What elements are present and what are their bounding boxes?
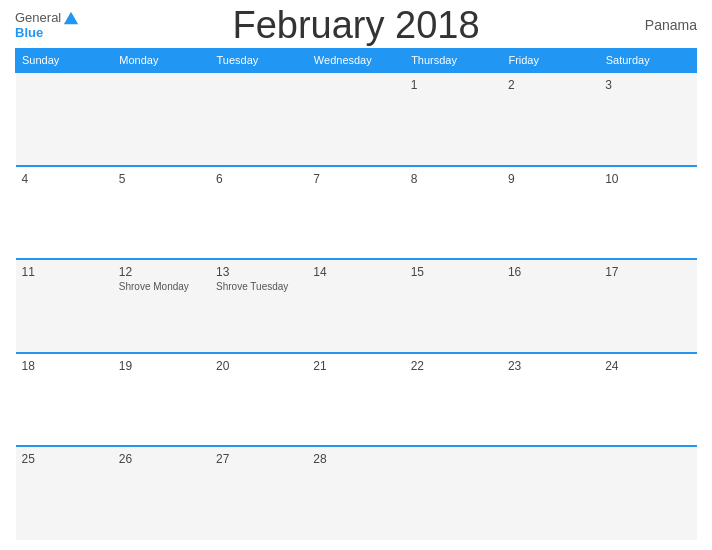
- calendar-cell: 7: [307, 166, 404, 260]
- calendar-cell: 12Shrove Monday: [113, 259, 210, 353]
- calendar-cell: [405, 446, 502, 540]
- calendar-cell: [502, 446, 599, 540]
- calendar-cell: 3: [599, 72, 696, 166]
- calendar-cell: 25: [16, 446, 113, 540]
- calendar-cell: 17: [599, 259, 696, 353]
- calendar-cell: [210, 72, 307, 166]
- calendar-cell: [307, 72, 404, 166]
- calendar-cell: 10: [599, 166, 696, 260]
- calendar-cell: 4: [16, 166, 113, 260]
- month-title: February 2018: [232, 4, 479, 47]
- day-number: 12: [119, 265, 204, 279]
- col-monday: Monday: [113, 49, 210, 73]
- calendar-header: General Blue February 2018 Panama: [15, 10, 697, 40]
- day-number: 24: [605, 359, 690, 373]
- calendar-cell: [16, 72, 113, 166]
- day-number: 18: [22, 359, 107, 373]
- calendar-cell: 9: [502, 166, 599, 260]
- day-number: 14: [313, 265, 398, 279]
- svg-marker-0: [64, 12, 78, 24]
- calendar-cell: 15: [405, 259, 502, 353]
- calendar-table: Sunday Monday Tuesday Wednesday Thursday…: [15, 48, 697, 540]
- day-number: 17: [605, 265, 690, 279]
- event-label: Shrove Tuesday: [216, 281, 301, 292]
- day-number: 21: [313, 359, 398, 373]
- calendar-body: 123456789101112Shrove Monday13Shrove Tue…: [16, 72, 697, 540]
- day-number: 28: [313, 452, 398, 466]
- calendar-cell: 1: [405, 72, 502, 166]
- event-label: Shrove Monday: [119, 281, 204, 292]
- calendar-cell: [113, 72, 210, 166]
- day-number: 20: [216, 359, 301, 373]
- calendar-cell: 5: [113, 166, 210, 260]
- calendar-container: General Blue February 2018 Panama Sunday…: [0, 0, 712, 550]
- day-number: 4: [22, 172, 107, 186]
- day-number: 7: [313, 172, 398, 186]
- col-thursday: Thursday: [405, 49, 502, 73]
- calendar-cell: 6: [210, 166, 307, 260]
- calendar-week-row: 1112Shrove Monday13Shrove Tuesday1415161…: [16, 259, 697, 353]
- logo: General Blue: [15, 10, 79, 40]
- day-number: 19: [119, 359, 204, 373]
- calendar-header-row: Sunday Monday Tuesday Wednesday Thursday…: [16, 49, 697, 73]
- calendar-cell: 14: [307, 259, 404, 353]
- day-number: 3: [605, 78, 690, 92]
- logo-icon: [63, 10, 79, 26]
- calendar-cell: 11: [16, 259, 113, 353]
- calendar-cell: 26: [113, 446, 210, 540]
- country-label: Panama: [645, 17, 697, 33]
- logo-blue-text: Blue: [15, 26, 79, 40]
- calendar-cell: [599, 446, 696, 540]
- calendar-cell: 22: [405, 353, 502, 447]
- calendar-cell: 20: [210, 353, 307, 447]
- day-number: 22: [411, 359, 496, 373]
- calendar-cell: 21: [307, 353, 404, 447]
- col-tuesday: Tuesday: [210, 49, 307, 73]
- calendar-cell: 16: [502, 259, 599, 353]
- calendar-cell: 13Shrove Tuesday: [210, 259, 307, 353]
- calendar-cell: 23: [502, 353, 599, 447]
- calendar-week-row: 18192021222324: [16, 353, 697, 447]
- calendar-cell: 28: [307, 446, 404, 540]
- day-number: 16: [508, 265, 593, 279]
- day-number: 26: [119, 452, 204, 466]
- day-number: 9: [508, 172, 593, 186]
- day-number: 27: [216, 452, 301, 466]
- day-number: 1: [411, 78, 496, 92]
- day-number: 25: [22, 452, 107, 466]
- calendar-cell: 19: [113, 353, 210, 447]
- calendar-week-row: 25262728: [16, 446, 697, 540]
- calendar-week-row: 123: [16, 72, 697, 166]
- col-saturday: Saturday: [599, 49, 696, 73]
- day-number: 23: [508, 359, 593, 373]
- day-number: 6: [216, 172, 301, 186]
- day-number: 15: [411, 265, 496, 279]
- col-wednesday: Wednesday: [307, 49, 404, 73]
- day-number: 10: [605, 172, 690, 186]
- calendar-cell: 27: [210, 446, 307, 540]
- calendar-cell: 2: [502, 72, 599, 166]
- day-number: 13: [216, 265, 301, 279]
- day-number: 8: [411, 172, 496, 186]
- col-friday: Friday: [502, 49, 599, 73]
- day-number: 2: [508, 78, 593, 92]
- day-number: 5: [119, 172, 204, 186]
- logo-general-text: General: [15, 11, 61, 25]
- col-sunday: Sunday: [16, 49, 113, 73]
- calendar-cell: 18: [16, 353, 113, 447]
- calendar-week-row: 45678910: [16, 166, 697, 260]
- day-number: 11: [22, 265, 107, 279]
- calendar-cell: 24: [599, 353, 696, 447]
- calendar-cell: 8: [405, 166, 502, 260]
